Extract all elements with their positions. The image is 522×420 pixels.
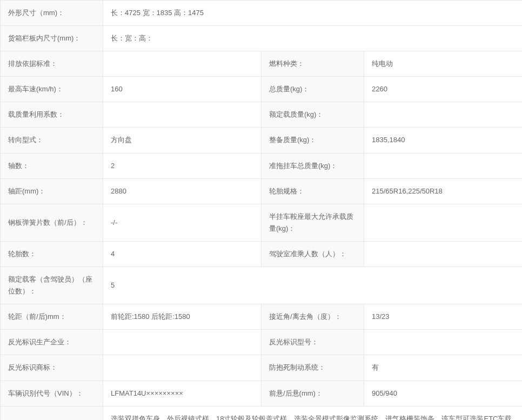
spec-label: 钢板弹簧片数（前/后）： — [1, 204, 103, 241]
spec-value — [364, 153, 523, 178]
spec-value — [103, 51, 262, 77]
table-row: 转向型式：方向盘整备质量(kg)：1835,1840 — [1, 128, 523, 153]
spec-value: LFMAT14U××××××××× — [103, 381, 262, 406]
table-row: 轴距(mm)：2880轮胎规格：215/65R16,225/50R18 — [1, 178, 523, 204]
spec-label: 轴数： — [1, 153, 103, 178]
table-row: 反光标识生产企业：反光标识型号： — [1, 330, 523, 355]
spec-label-others: 其它： — [1, 406, 103, 420]
spec-table: 外形尺寸（mm)：长：4725 宽：1835 高：1475货箱栏板内尺寸(mm)… — [0, 0, 522, 420]
spec-value: 2 — [103, 153, 262, 178]
spec-value: 13/23 — [364, 304, 523, 330]
spec-label: 整备质量(kg)： — [262, 128, 364, 153]
spec-label: 轮胎规格： — [262, 178, 364, 204]
spec-label: 驾驶室准乘人数（人）： — [262, 241, 364, 266]
spec-value — [364, 241, 523, 266]
spec-label: 最高车速(km/h)： — [1, 77, 103, 102]
spec-value: 905/940 — [364, 381, 523, 406]
spec-label: 准拖挂车总质量(kg)： — [262, 153, 364, 178]
spec-label: 转向型式： — [1, 128, 103, 153]
spec-value: 2880 — [103, 178, 262, 204]
spec-value: 1835,1840 — [364, 128, 523, 153]
spec-value — [103, 330, 262, 355]
spec-label: 轴距(mm)： — [1, 178, 103, 204]
table-row: 轮胎数：4驾驶室准乘人数（人）： — [1, 241, 523, 266]
spec-value — [103, 355, 262, 381]
spec-value: 纯电动 — [364, 51, 523, 77]
table-row: 最高车速(km/h)：160总质量(kg)：2260 — [1, 77, 523, 102]
table-row: 外形尺寸（mm)：长：4725 宽：1835 高：1475 — [1, 1, 523, 26]
spec-value: 5 — [103, 267, 523, 304]
table-row: 车辆识别代号（VIN）：LFMAT14U×××××××××前悬/后悬(mm)：9… — [1, 381, 523, 406]
spec-value — [103, 102, 262, 128]
spec-label: 轮胎数： — [1, 241, 103, 266]
spec-value — [364, 102, 523, 128]
spec-value — [364, 330, 523, 355]
table-row: 轮距（前/后)mm：前轮距:1580 后轮距:1580接近角/离去角（度）：13… — [1, 304, 523, 330]
spec-label: 半挂车鞍座最大允许承载质量(kg)： — [262, 204, 364, 241]
spec-value: 长：宽：高： — [103, 26, 523, 51]
table-row: 反光标识商标：防抱死制动系统：有 — [1, 355, 523, 381]
spec-value: 160 — [103, 77, 262, 102]
table-row: 钢板弹簧片数（前/后）：-/-半挂车鞍座最大允许承载质量(kg)： — [1, 204, 523, 241]
table-row-others: 其它：选装双拼色车身、外后视镜式样、18寸轮毂及轮毂盖式样。选装全景模式影像监测… — [1, 406, 523, 420]
spec-label: 前悬/后悬(mm)： — [262, 381, 364, 406]
spec-label: 车辆识别代号（VIN）： — [1, 381, 103, 406]
spec-label: 总质量(kg)： — [262, 77, 364, 102]
spec-label: 载质量利用系数： — [1, 102, 103, 128]
spec-label: 货箱栏板内尺寸(mm)： — [1, 26, 103, 51]
spec-label: 外形尺寸（mm)： — [1, 1, 103, 26]
others-text-pre: 选装双拼色车身、外后视镜式样、18寸轮毂及轮毂盖式样。选装全景模式影像监测系统、… — [111, 415, 512, 420]
spec-label: 反光标识生产企业： — [1, 330, 103, 355]
spec-label: 额定载客（含驾驶员）（座位数）： — [1, 267, 103, 304]
table-row: 轴数：2准拖挂车总质量(kg)： — [1, 153, 523, 178]
spec-label: 防抱死制动系统： — [262, 355, 364, 381]
spec-value — [364, 204, 523, 241]
table-row: 货箱栏板内尺寸(mm)：长：宽：高： — [1, 26, 523, 51]
spec-label: 燃料种类： — [262, 51, 364, 77]
spec-value: -/- — [103, 204, 262, 241]
table-row: 载质量利用系数：额定载质量(kg)： — [1, 102, 523, 128]
table-row: 额定载客（含驾驶员）（座位数）：5 — [1, 267, 523, 304]
spec-value: 215/65R16,225/50R18 — [364, 178, 523, 204]
spec-value: 有 — [364, 355, 523, 381]
spec-value: 4 — [103, 241, 262, 266]
spec-value: 2260 — [364, 77, 523, 102]
spec-value: 前轮距:1580 后轮距:1580 — [103, 304, 262, 330]
spec-label: 额定载质量(kg)： — [262, 102, 364, 128]
spec-value: 长：4725 宽：1835 高：1475 — [103, 1, 523, 26]
spec-value-others: 选装双拼色车身、外后视镜式样、18寸轮毂及轮毂盖式样。选装全景模式影像监测系统、… — [103, 406, 523, 420]
spec-label: 反光标识型号： — [262, 330, 364, 355]
spec-label: 排放依据标准： — [1, 51, 103, 77]
spec-label: 接近角/离去角（度）： — [262, 304, 364, 330]
spec-label: 轮距（前/后)mm： — [1, 304, 103, 330]
spec-label: 反光标识商标： — [1, 355, 103, 381]
spec-value: 方向盘 — [103, 128, 262, 153]
table-row: 排放依据标准：燃料种类：纯电动 — [1, 51, 523, 77]
